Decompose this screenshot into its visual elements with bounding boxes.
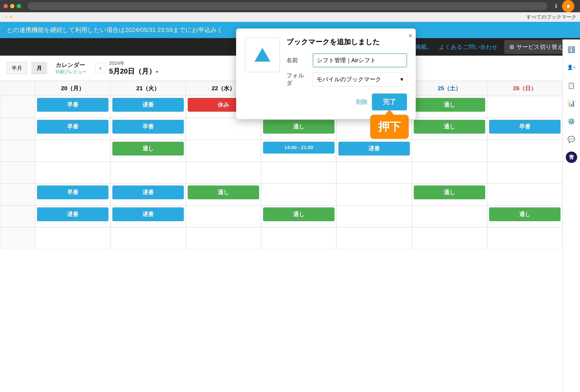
cell-7-4[interactable] <box>261 227 336 249</box>
cell-6-4[interactable]: 通し <box>261 205 336 227</box>
cell-3-4[interactable]: 14:00 - 21:00 <box>261 140 336 162</box>
cell-7-5[interactable] <box>336 227 412 249</box>
cell-5-5[interactable] <box>336 183 412 205</box>
cell-2-4[interactable]: 通し <box>261 118 336 140</box>
row-label-5 <box>0 183 35 205</box>
popup-close-button[interactable]: × <box>408 32 412 39</box>
shift-badge[interactable]: 早番 <box>37 185 108 199</box>
shift-badge[interactable]: 通し <box>414 185 485 199</box>
cell-3-5[interactable]: 遅番 <box>336 140 412 162</box>
maximize-dot[interactable] <box>17 4 21 8</box>
cell-4-2[interactable] <box>110 162 186 183</box>
shift-badge[interactable]: 早番 <box>112 120 184 133</box>
cell-2-3[interactable] <box>186 118 261 140</box>
cell-3-2[interactable]: 通し <box>110 140 186 162</box>
shift-badge[interactable]: 通し <box>112 142 184 155</box>
cell-5-2[interactable]: 遅番 <box>110 183 186 205</box>
cell-2-2[interactable]: 早番 <box>110 118 186 140</box>
cell-7-6[interactable] <box>412 227 487 249</box>
cell-2-6[interactable]: 通し <box>412 118 487 140</box>
settings-sidebar-icon[interactable]: ⚙️ <box>566 116 577 127</box>
shift-badge[interactable]: 通し <box>414 98 485 112</box>
cell-1-6[interactable]: 通し <box>412 96 487 118</box>
cell-6-5[interactable] <box>336 205 412 227</box>
cell-3-7[interactable] <box>487 140 563 162</box>
half-month-btn[interactable]: 半月 <box>6 62 27 74</box>
row-label-7 <box>0 227 35 249</box>
cell-7-3[interactable] <box>186 227 261 249</box>
shift-badge[interactable]: 遅番 <box>112 98 184 112</box>
cell-5-4[interactable] <box>261 183 336 205</box>
shift-badge[interactable]: 通し <box>188 185 259 199</box>
month-btn[interactable]: 月 <box>31 62 47 74</box>
minimize-dot[interactable] <box>10 4 14 8</box>
cell-7-1[interactable] <box>35 227 110 249</box>
user-avatar-icon[interactable]: 青 <box>566 151 577 163</box>
cell-4-5[interactable] <box>336 162 412 183</box>
cell-6-2[interactable]: 遅番 <box>110 205 186 227</box>
print-preview-link[interactable]: 印刷プレビュー <box>56 69 86 75</box>
complete-btn-wrapper: 完了 押下 <box>372 94 407 110</box>
complete-button[interactable]: 完了 <box>372 94 407 110</box>
cell-7-7[interactable] <box>487 227 563 249</box>
cell-1-1[interactable]: 早番 <box>35 96 110 118</box>
date-range-display: 2024年 5月20日（月）- <box>109 60 158 76</box>
cell-2-7[interactable]: 早番 <box>487 118 563 140</box>
add-user-sidebar-icon[interactable]: 👤+ <box>566 62 577 73</box>
main-content: ℹ️ 👤+ 📋 📊 ⚙️ 💬 青 との連携機能を継続して利用したい場合は2024… <box>0 22 580 392</box>
cell-7-2[interactable] <box>110 227 186 249</box>
bookmark-star-button[interactable]: ★ <box>562 0 574 12</box>
cell-6-6[interactable] <box>412 205 487 227</box>
cell-5-1[interactable]: 早番 <box>35 183 110 205</box>
cell-2-1[interactable]: 早番 <box>35 118 110 140</box>
close-dot[interactable] <box>3 4 8 8</box>
browser-action-icons: ⬇ ★ <box>554 0 574 12</box>
oshika-tooltip: 押下 <box>370 115 409 139</box>
shift-badge[interactable]: 遅番 <box>338 142 410 155</box>
chevron-down-icon: ▾ <box>400 76 403 83</box>
shift-badge[interactable]: 通し <box>263 207 334 221</box>
folder-select[interactable]: モバイルのブックマーク ▾ <box>313 72 407 87</box>
shift-badge[interactable]: 早番 <box>37 120 108 133</box>
cell-3-3[interactable] <box>186 140 261 162</box>
address-bar[interactable] <box>28 2 547 10</box>
shift-badge[interactable]: 通し <box>263 120 334 133</box>
cell-5-6[interactable]: 通し <box>412 183 487 205</box>
cell-6-7[interactable]: 通し <box>487 205 563 227</box>
all-bookmarks-link[interactable]: すべてのブックマーク <box>526 14 577 20</box>
cell-3-6[interactable] <box>412 140 487 162</box>
shift-badge[interactable]: 遅番 <box>112 207 184 221</box>
cell-4-6[interactable] <box>412 162 487 183</box>
info-sidebar-icon[interactable]: ℹ️ <box>566 44 577 55</box>
cell-4-3[interactable] <box>186 162 261 183</box>
cell-1-2[interactable]: 遅番 <box>110 96 186 118</box>
cell-4-4[interactable] <box>261 162 336 183</box>
chat-sidebar-icon[interactable]: 💬 <box>566 133 577 145</box>
cell-4-7[interactable] <box>487 162 563 183</box>
cell-3-1[interactable] <box>35 140 110 162</box>
triangle-icon <box>255 48 270 62</box>
cell-6-1[interactable]: 遅番 <box>35 205 110 227</box>
delete-bookmark-button[interactable]: 削除 <box>356 98 368 106</box>
bookmark-form: ブックマークを追加しました 名前 フォルダ モバイルのブックマーク ▾ 削除 完… <box>287 37 407 110</box>
schedule-sidebar-icon[interactable]: 📋 <box>566 80 577 91</box>
cell-1-7[interactable] <box>487 96 563 118</box>
cell-5-7[interactable] <box>487 183 563 205</box>
shift-badge[interactable]: 14:00 - 21:00 <box>263 142 334 153</box>
cell-6-3[interactable] <box>186 205 261 227</box>
shift-badge[interactable]: 通し <box>489 207 561 221</box>
report-sidebar-icon[interactable]: 📊 <box>566 98 577 109</box>
shift-badge[interactable]: 早番 <box>489 120 561 133</box>
browser-controls <box>3 4 21 8</box>
download-icon[interactable]: ⬇ <box>554 3 559 10</box>
shift-badge[interactable]: 遅番 <box>37 207 108 221</box>
prev-week-button[interactable]: ‹ <box>95 63 106 73</box>
cell-4-1[interactable] <box>35 162 110 183</box>
shift-badge[interactable]: 遅番 <box>112 185 184 199</box>
shift-badge[interactable]: 通し <box>414 120 485 133</box>
shift-badge[interactable]: 早番 <box>37 98 108 112</box>
cell-5-3[interactable]: 通し <box>186 183 261 205</box>
faq-link[interactable]: よくあるご問い合わせ <box>439 43 498 51</box>
col-header-tue: 21（火） <box>110 81 186 96</box>
bookmark-name-input[interactable] <box>313 53 407 67</box>
